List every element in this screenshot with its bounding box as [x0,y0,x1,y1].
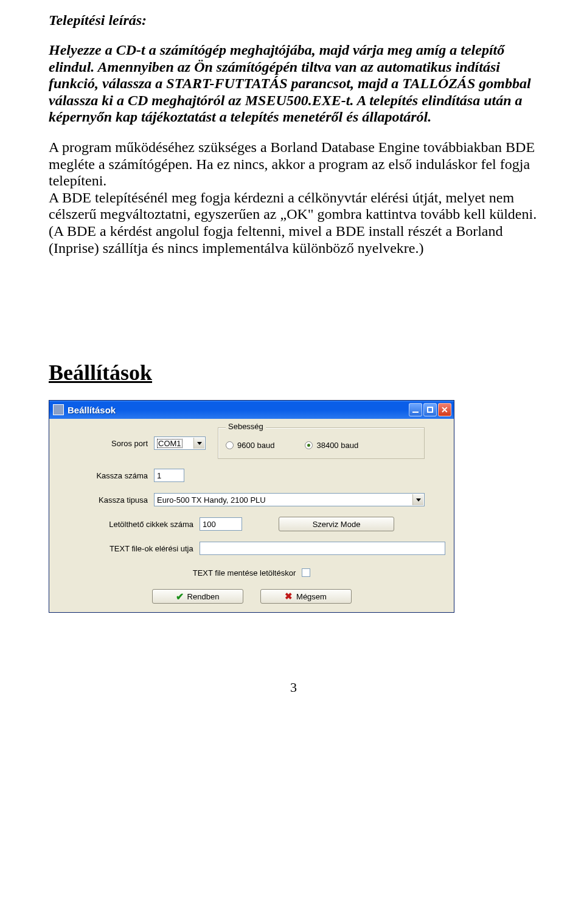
maximize-button[interactable] [423,403,437,416]
speed-groupbox: Sebesség 9600 baud 38400 baud [218,427,425,459]
page-number: 3 [49,680,538,695]
service-mode-label: Szerviz Mode [313,520,361,529]
install-paragraph-2: A program működéséhez szükséges a Borlan… [49,139,538,257]
titlebar[interactable]: Beállítások ✕ [49,401,454,419]
minimize-icon [412,412,419,413]
ok-button[interactable]: ✔ Rendben [152,589,243,604]
cancel-icon: ✖ [285,591,293,602]
text-save-label: TEXT file mentése letöltéskor [193,568,296,578]
radio-checked-icon [305,441,313,449]
register-number-label: Kassza száma [58,471,154,480]
cancel-label: Mégsem [296,592,327,601]
chevron-down-icon[interactable] [193,438,204,449]
ok-label: Rendben [187,592,220,601]
download-count-value: 100 [203,520,216,529]
serial-port-value: COM1 [157,439,182,448]
close-button[interactable]: ✕ [438,403,451,416]
download-count-label: Letölthető cikkek száma [58,520,200,529]
text-path-label: TEXT file-ok elérési utja [58,544,200,553]
text-save-checkbox[interactable] [302,568,310,577]
speed-38400-label: 38400 baud [316,441,358,450]
download-count-input[interactable]: 100 [200,517,242,531]
register-number-value: 1 [157,471,161,480]
serial-port-combo[interactable]: COM1 [154,436,206,450]
settings-heading: Beállítások [49,360,538,385]
close-icon: ✕ [441,405,448,415]
serial-port-label: Soros port [58,439,154,448]
maximize-icon [427,407,433,413]
register-number-input[interactable]: 1 [154,469,184,482]
speed-9600-radio[interactable]: 9600 baud [226,441,274,450]
speed-38400-radio[interactable]: 38400 baud [305,441,358,450]
cancel-button[interactable]: ✖ Mégsem [260,589,352,604]
install-title: Telepítési leírás: [49,12,538,29]
app-icon [53,404,64,415]
check-icon: ✔ [176,591,184,602]
window-title: Beállítások [68,405,409,415]
settings-dialog: Beállítások ✕ Soros port COM1 Sebesség [49,400,454,613]
install-paragraph-1: Helyezze a CD-t a számítógép meghajtójáb… [49,42,538,126]
register-type-combo[interactable]: Euro-500 TX Handy, 2100 PLU [154,493,425,506]
minimize-button[interactable] [409,403,422,416]
chevron-down-icon[interactable] [412,494,423,505]
service-mode-button[interactable]: Szerviz Mode [279,517,394,531]
speed-legend: Sebesség [226,422,266,431]
register-type-label: Kassza tipusa [58,495,154,505]
register-type-value: Euro-500 TX Handy, 2100 PLU [157,495,266,505]
radio-icon [226,441,234,449]
text-path-input[interactable] [200,542,445,555]
speed-9600-label: 9600 baud [237,441,274,450]
